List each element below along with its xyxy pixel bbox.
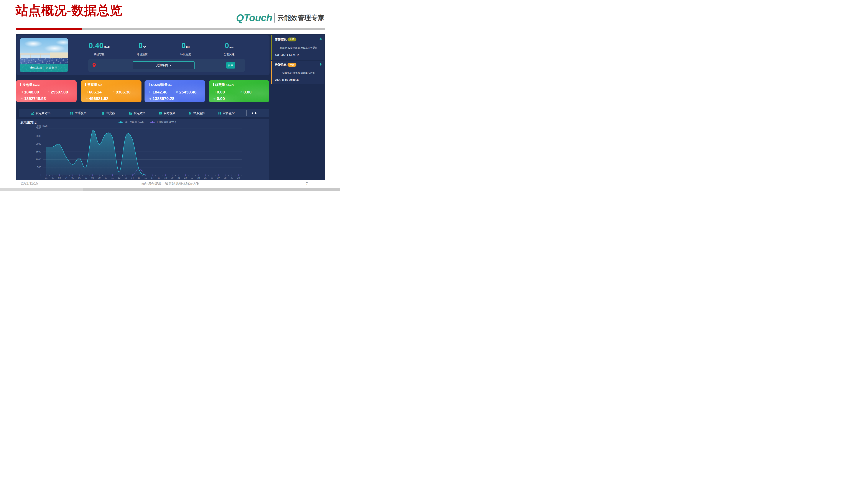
stat-card-title: 辐照量(wh/m²) (213, 83, 234, 87)
stat-card-title: 节煤量(kg) (85, 83, 102, 87)
tab-label: 实时视频 (164, 111, 175, 115)
svg-text:15: 15 (138, 176, 141, 179)
svg-text:18: 18 (158, 176, 160, 179)
tab-label: 发电效率 (134, 111, 146, 115)
month-tag: 月 (240, 91, 242, 94)
bottom-strip-left (0, 188, 83, 191)
svg-text:14: 14 (131, 176, 134, 179)
svg-text:27: 27 (217, 176, 220, 179)
bell-icon (319, 37, 322, 41)
tab-generation-efficiency[interactable]: 发电效率 (129, 109, 146, 117)
generation-compare-chart-panel: 发电量对比 当月发电量 (kWh) 上月发电量 (kWh) 单位 (kWh) 0… (17, 119, 269, 180)
title-underline-red (16, 28, 82, 30)
alarm-card-level9[interactable]: 告警信息 九级 3#箱变-#2逆变器,温度较高功率受限 2021-11-12 1… (271, 35, 324, 60)
stat-card-co2-reduction: CO2减排量(kg) 日1842.46 月25430.48 年1388570.2… (145, 80, 205, 102)
location-bar: 光源集团 位置 (88, 59, 245, 72)
station-select-value: 光源集团 (156, 63, 168, 67)
stat-card-coal-saved: 节煤量(kg) 日606.14 月8366.30 年456821.52 (81, 80, 142, 102)
alarm-message: 3#箱变-#1逆变器,电网电压过低 (275, 72, 322, 75)
page-title: 站点概况-数据总览 (16, 2, 122, 19)
tab-device-monitoring[interactable]: 设备监控 (218, 109, 235, 117)
svg-text:0: 0 (40, 174, 41, 176)
tab-generation-compare[interactable]: 发电量对比 (31, 109, 51, 117)
svg-text:26: 26 (211, 176, 213, 179)
svg-text:10: 10 (104, 176, 107, 179)
month-value: 8366.30 (116, 90, 131, 95)
tab-main-system-diagram[interactable]: 主系统图 (70, 109, 87, 117)
tab-inverter[interactable]: 逆变器 (101, 109, 115, 117)
tabs-scroll-left-icon[interactable] (251, 112, 253, 115)
slide: 站点概况-数据总览 QTouch 云能效管理专家 电站名称：光源集团 0.40M… (0, 0, 340, 191)
month-value: 0.00 (244, 90, 251, 95)
tab-label: 站点监控 (193, 111, 205, 115)
alarm-header: 告警信息 九级 (275, 37, 297, 41)
svg-text:03: 03 (58, 176, 61, 179)
svg-text:06: 06 (78, 176, 81, 179)
page-number: 7 (306, 182, 308, 185)
tab-label: 设备监控 (223, 111, 235, 115)
svg-text:500: 500 (37, 166, 41, 168)
svg-text:16: 16 (144, 176, 147, 179)
station-overview-panel: 电站名称：光源集团 0.40MWP 装机容量 0℃ 环境温度 0RH 环境湿度 … (17, 35, 270, 75)
alarm-title: 告警信息 (275, 63, 287, 67)
day-value: 0.00 (217, 90, 225, 95)
folder-icon (129, 112, 132, 115)
svg-text:29: 29 (231, 176, 233, 179)
bottom-strip-right (83, 188, 340, 191)
brand-name: QTouch (236, 12, 272, 24)
svg-text:04: 04 (65, 176, 67, 179)
trend-chart-icon (31, 112, 34, 115)
map-pin-icon (92, 62, 97, 68)
svg-text:30: 30 (237, 176, 240, 179)
month-value: 25507.00 (51, 90, 68, 95)
alarm-timestamp: 2021-11-09 09:40:45 (275, 78, 299, 82)
tab-site-monitoring[interactable]: 站点监控 (189, 109, 205, 117)
metric-unit: m/s (229, 46, 234, 48)
svg-text:12: 12 (118, 176, 120, 179)
svg-text:2500: 2500 (36, 135, 41, 137)
month-tag: 月 (176, 91, 178, 94)
station-select-dropdown[interactable]: 光源集团 (133, 61, 195, 69)
day-tag: 日 (21, 91, 23, 94)
metric-unit: ℃ (143, 46, 146, 48)
svg-text:25: 25 (204, 176, 207, 179)
tabs-scroll-right-icon[interactable] (255, 112, 257, 115)
metric-wind-speed: 0m/s 当前风速 (212, 41, 247, 56)
metric-ambient-humidity: 0RH 环境湿度 (168, 41, 203, 56)
year-tag: 年 (86, 97, 88, 100)
metric-value: 0 (225, 41, 229, 50)
alarm-card-level1[interactable]: 告警信息 一级 3#箱变-#1逆变器,电网电压过低 2021-11-09 09:… (271, 61, 324, 84)
year-tag: 年 (149, 97, 152, 100)
stat-card-irradiation: 辐照量(wh/m²) 日0.00 月0.00 年0.00 (209, 80, 269, 102)
alarm-level-badge: 一级 (287, 63, 297, 67)
area-chart: 0500100015002000250030000102030405060708… (17, 119, 269, 180)
tab-live-video[interactable]: 实时视频 (159, 109, 175, 117)
location-button[interactable]: 位置 (226, 62, 235, 69)
metric-installed-capacity: 0.40MWP 装机容量 (82, 41, 117, 56)
svg-text:1500: 1500 (36, 150, 41, 153)
day-value: 606.14 (89, 90, 101, 95)
metric-value: 0 (138, 41, 143, 50)
svg-text:21: 21 (178, 176, 180, 179)
footer-date: 2021/11/15 (21, 182, 38, 186)
tab-label: 逆变器 (106, 111, 115, 115)
svg-text:08: 08 (91, 176, 94, 179)
tab-label: 发电量对比 (36, 111, 51, 115)
stat-card-title: CO2减排量(kg) (149, 83, 172, 87)
dashboard-tab-bar: 发电量对比 主系统图 逆变器 发电效率 实时视频 (19, 109, 269, 117)
svg-text:17: 17 (151, 176, 154, 179)
day-value: 1842.46 (153, 90, 167, 95)
day-tag: 日 (149, 91, 152, 94)
year-value: 1388570.28 (153, 96, 174, 101)
grid-icon (70, 112, 73, 115)
brand-logo: QTouch 云能效管理专家 (236, 12, 324, 24)
year-tag: 年 (21, 97, 23, 100)
title-underline-gray (82, 28, 325, 30)
metric-unit: MWP (104, 46, 110, 48)
day-tag: 日 (86, 91, 88, 94)
stat-card-title: 发电量(kw-h) (21, 83, 39, 87)
tab-label: 主系统图 (75, 111, 87, 115)
year-value: 0.00 (217, 96, 225, 101)
day-tag: 日 (214, 91, 216, 94)
svg-text:09: 09 (98, 176, 101, 179)
